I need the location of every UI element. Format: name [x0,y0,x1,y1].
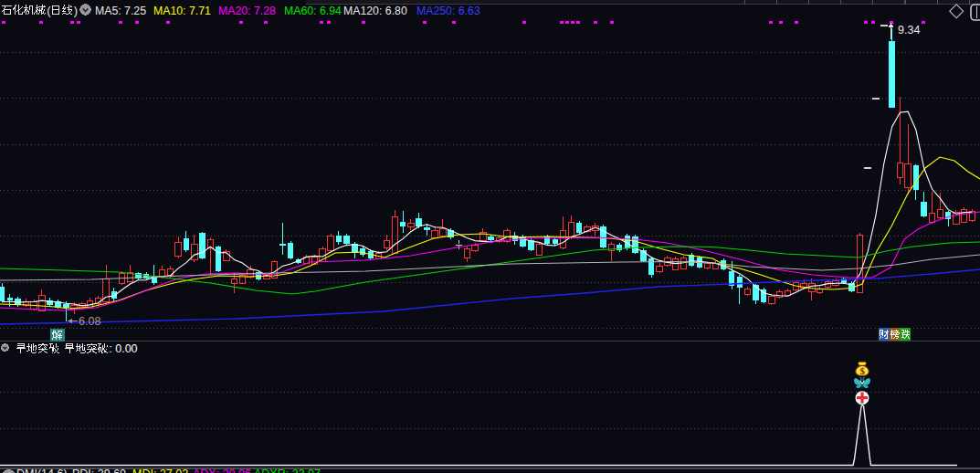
svg-text:MA60: 6.94: MA60: 6.94 [284,5,342,17]
svg-text:): ) [74,4,78,17]
svg-text:MDI: 27.02: MDI: 27.02 [132,468,188,473]
svg-text:$: $ [859,365,865,376]
svg-text:ADXR: 23.07: ADXR: 23.07 [254,468,321,473]
svg-text:MA120: 6.80: MA120: 6.80 [343,5,407,17]
svg-text:6.08: 6.08 [79,315,100,328]
svg-text:PDI: 29.60: PDI: 29.60 [72,468,126,473]
svg-text:(: ( [47,4,51,17]
svg-text:DMI(14,6): DMI(14,6) [16,468,68,473]
svg-text:: 0.00: : 0.00 [109,342,137,355]
svg-text:MA20: 7.28: MA20: 7.28 [218,5,276,17]
svg-text:MA250: 6.63: MA250: 6.63 [416,5,480,17]
svg-text:9.34: 9.34 [898,24,920,37]
svg-text:MA5: 7.25: MA5: 7.25 [95,5,146,17]
svg-text:MA10: 7.71: MA10: 7.71 [153,5,211,17]
svg-text:ADX: 20.06: ADX: 20.06 [193,468,251,473]
